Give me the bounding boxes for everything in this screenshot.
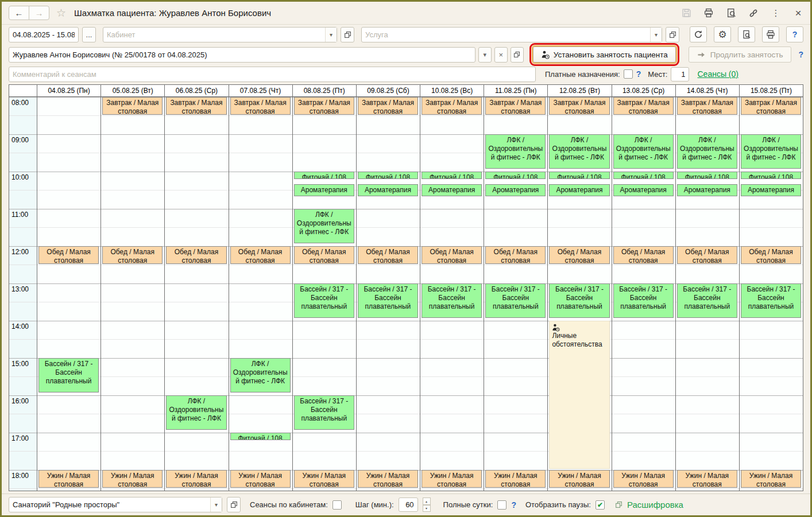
event-meal[interactable]: Ужин / Малая столовая xyxy=(166,470,226,488)
event-ther[interactable]: Бассейн / 317 - Бассейн плавательный xyxy=(422,283,482,318)
event-clip[interactable]: Фиточай / 108 xyxy=(613,172,674,179)
day-column[interactable]: Завтрак / Малая столоваяЛФК / Оздоровите… xyxy=(739,97,803,491)
cabinet-open-button[interactable] xyxy=(341,27,354,42)
paid-checkbox[interactable] xyxy=(624,69,633,79)
service-open-button[interactable] xyxy=(666,27,679,42)
event-ther[interactable]: Бассейн / 317 - Бассейн плавательный xyxy=(38,358,99,392)
day-column[interactable]: Завтрак / Малая столоваяФиточай / 108Аро… xyxy=(292,97,356,491)
day-column[interactable]: Завтрак / Малая столоваяФиточай / 108Аро… xyxy=(420,97,484,491)
event-meal[interactable]: Завтрак / Малая столовая xyxy=(485,97,546,115)
step-spinner[interactable]: ▴▾ xyxy=(423,497,431,512)
step-input[interactable] xyxy=(399,497,418,512)
event-meal[interactable]: Завтрак / Малая столовая xyxy=(613,97,674,115)
event-meal[interactable]: Ужин / Малая столовая xyxy=(38,470,99,488)
event-personal[interactable]: Личные обстоятельства xyxy=(549,321,609,469)
event-ther[interactable]: Бассейн / 317 - Бассейн плавательный xyxy=(294,395,354,430)
sessions-link[interactable]: Сеансы (0) xyxy=(697,69,738,79)
event-clip[interactable]: Фиточай / 108 xyxy=(549,172,609,179)
close-icon[interactable]: × xyxy=(793,8,803,18)
event-meal[interactable]: Ужин / Малая столовая xyxy=(549,470,609,488)
comment-input[interactable] xyxy=(9,67,536,82)
chevron-down-icon[interactable]: ▾ xyxy=(210,497,222,512)
chevron-down-icon[interactable]: ▾ xyxy=(650,28,662,42)
event-ther[interactable]: ЛФК / Оздоровительный фитнес - ЛФК xyxy=(677,134,737,169)
link-icon[interactable] xyxy=(748,8,759,18)
busy-help[interactable]: ? xyxy=(798,50,803,59)
event-ther[interactable]: ЛФК / Оздоровительный фитнес - ЛФК xyxy=(485,134,546,169)
event-meal[interactable]: Завтрак / Малая столовая xyxy=(549,97,609,115)
event-meal[interactable]: Обед / Малая столовая xyxy=(422,246,482,264)
event-meal[interactable]: Завтрак / Малая столовая xyxy=(102,97,163,115)
event-ther[interactable]: ЛФК / Оздоровительный фитнес - ЛФК xyxy=(741,134,801,169)
print-toolbar-icon[interactable] xyxy=(762,26,779,42)
pauses-checkbox[interactable]: ✔ xyxy=(596,500,605,510)
full-day-help[interactable]: ? xyxy=(511,500,516,510)
day-column[interactable]: Обед / Малая столоваяБассейн / 317 - Бас… xyxy=(37,97,100,491)
forward-button[interactable]: → xyxy=(29,6,49,20)
event-meal[interactable]: Обед / Малая столовая xyxy=(613,246,674,264)
event-clip[interactable]: Фиточай / 108 xyxy=(422,172,482,179)
report-icon[interactable] xyxy=(738,26,755,42)
event-meal[interactable]: Обед / Малая столовая xyxy=(38,246,99,264)
favorite-star-icon[interactable]: ☆ xyxy=(56,6,66,20)
event-meal[interactable]: Завтрак / Малая столовая xyxy=(230,97,291,115)
extend-busy-button[interactable]: Продлить занятость xyxy=(689,46,792,63)
event-ther[interactable]: Бассейн / 317 - Бассейн плавательный xyxy=(677,283,737,318)
event-clip[interactable]: Фиточай / 108 xyxy=(358,172,418,179)
by-cabinet-checkbox[interactable] xyxy=(332,500,342,510)
print-icon[interactable] xyxy=(703,8,714,18)
event-ther[interactable]: Ароматерапия xyxy=(677,184,737,196)
event-ther[interactable]: Бассейн / 317 - Бассейн плавательный xyxy=(613,283,674,318)
help-button[interactable]: ? xyxy=(786,26,803,42)
event-meal[interactable]: Завтрак / Малая столовая xyxy=(358,97,418,115)
seats-input[interactable] xyxy=(671,67,689,81)
event-ther[interactable]: ЛФК / Оздоровительный фитнес - ЛФК xyxy=(230,358,291,392)
day-column[interactable]: Завтрак / Малая столоваяЛФК / Оздоровите… xyxy=(547,97,611,491)
event-ther[interactable]: Ароматерапия xyxy=(741,184,801,196)
event-clip[interactable]: Фиточай / 108 xyxy=(230,433,291,440)
patient-clear-button[interactable]: × xyxy=(494,47,508,63)
event-ther[interactable]: Бассейн / 317 - Бассейн плавательный xyxy=(294,283,354,318)
full-day-checkbox[interactable] xyxy=(497,500,506,510)
event-meal[interactable]: Ужин / Малая столовая xyxy=(230,470,291,488)
preview-icon[interactable] xyxy=(726,8,736,18)
back-button[interactable]: ← xyxy=(9,6,29,20)
event-meal[interactable]: Ужин / Малая столовая xyxy=(485,470,546,488)
day-column[interactable]: Завтрак / Малая столоваяОбед / Малая сто… xyxy=(100,97,164,491)
event-ther[interactable]: ЛФК / Оздоровительный фитнес - ЛФК xyxy=(166,395,226,430)
event-meal[interactable]: Завтрак / Малая столовая xyxy=(422,97,482,115)
event-meal[interactable]: Ужин / Малая столовая xyxy=(358,470,418,488)
event-ther[interactable]: Ароматерапия xyxy=(358,184,418,196)
set-busy-button[interactable]: Установить занятость пациента xyxy=(533,46,676,63)
day-column[interactable]: Завтрак / Малая столоваяОбед / Малая сто… xyxy=(229,97,292,491)
event-meal[interactable]: Завтрак / Малая столовая xyxy=(741,97,801,115)
event-ther[interactable]: Ароматерапия xyxy=(485,184,546,196)
event-meal[interactable]: Обед / Малая столовая xyxy=(166,246,226,264)
event-ther[interactable]: ЛФК / Оздоровительный фитнес - ЛФК xyxy=(549,134,609,169)
event-clip[interactable]: Фиточай / 108 xyxy=(677,172,737,179)
event-ther[interactable]: ЛФК / Оздоровительный фитнес - ЛФК xyxy=(613,134,674,169)
event-meal[interactable]: Обед / Малая столовая xyxy=(358,246,418,264)
day-column[interactable]: Завтрак / Малая столоваяЛФК / Оздоровите… xyxy=(675,97,739,491)
event-meal[interactable]: Обед / Малая столовая xyxy=(102,246,163,264)
event-meal[interactable]: Обед / Малая столовая xyxy=(549,246,609,264)
settings-gear-icon[interactable]: ⚙ xyxy=(714,26,731,42)
event-ther[interactable]: Бассейн / 317 - Бассейн плавательный xyxy=(741,283,801,318)
spin-down-icon[interactable]: ▾ xyxy=(423,505,431,512)
event-meal[interactable]: Ужин / Малая столовая xyxy=(294,470,354,488)
patient-open-button[interactable] xyxy=(511,47,524,63)
event-meal[interactable]: Обед / Малая столовая xyxy=(230,246,291,264)
event-meal[interactable]: Ужин / Малая столовая xyxy=(422,470,482,488)
spin-up-icon[interactable]: ▴ xyxy=(423,497,431,505)
cabinet-input[interactable] xyxy=(103,27,337,42)
more-menu-icon[interactable]: ⋮ xyxy=(771,8,781,18)
paid-help[interactable]: ? xyxy=(636,69,641,79)
event-clip[interactable]: Фиточай / 108 xyxy=(294,172,354,179)
event-ther[interactable]: Ароматерапия xyxy=(613,184,674,196)
sanatorium-open-button[interactable] xyxy=(227,497,241,512)
event-meal[interactable]: Ужин / Малая столовая xyxy=(677,470,737,488)
event-meal[interactable]: Обед / Малая столовая xyxy=(741,246,801,264)
event-meal[interactable]: Ужин / Малая столовая xyxy=(102,470,163,488)
event-meal[interactable]: Завтрак / Малая столовая xyxy=(166,97,226,115)
sanatorium-input[interactable] xyxy=(9,497,222,512)
